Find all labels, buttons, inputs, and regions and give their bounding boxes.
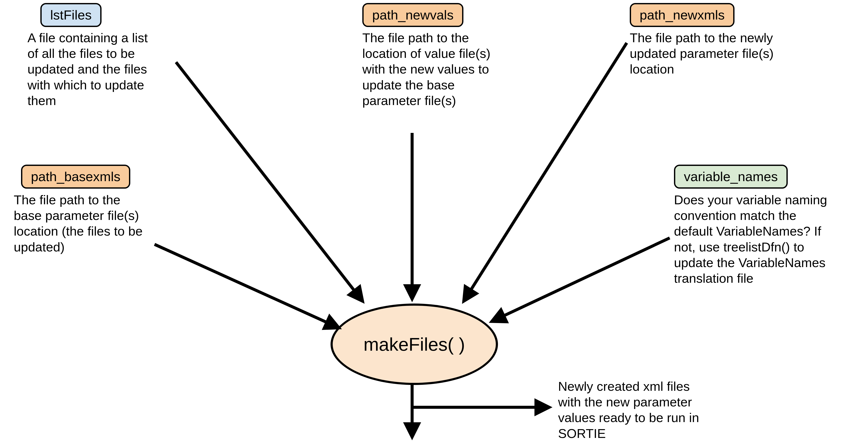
node-variable-names-label: variable_names [684,169,778,184]
node-path-basexmls: path_basexmls [21,165,130,189]
node-variable-names: variable_names [674,165,788,189]
desc-path-basexmls: The file path to the base parameter file… [14,192,147,255]
desc-lstfiles: A file containing a list of all the file… [28,30,160,108]
desc-path-newvals: The file path to the location of value f… [362,30,500,108]
center-function: makeFiles( ) [331,304,498,385]
node-path-basexmls-label: path_basexmls [31,169,120,184]
arrow-path-basexmls [155,244,339,328]
node-lstfiles: lstFiles [40,3,101,27]
center-function-label: makeFiles( ) [363,334,465,355]
arrow-variable-names [492,238,670,321]
node-path-newvals: path_newvals [362,3,463,27]
desc-output: Newly created xml files with the new par… [558,379,713,441]
desc-path-newxmls: The file path to the newly updated param… [630,30,784,77]
node-path-newxmls-label: path_newxmls [640,7,724,22]
node-path-newxmls: path_newxmls [630,3,735,27]
node-lstfiles-label: lstFiles [50,7,92,22]
desc-variable-names: Does your variable naming convention mat… [674,192,837,286]
node-path-newvals-label: path_newvals [372,7,454,22]
arrow-lstfiles [176,62,363,301]
